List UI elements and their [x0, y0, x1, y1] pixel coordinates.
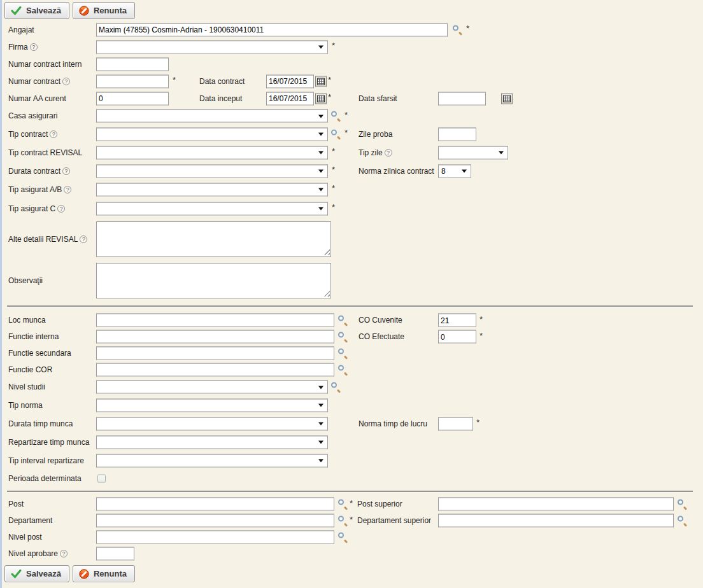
loc-munca-input[interactable] [96, 314, 334, 327]
magnifier-icon[interactable] [452, 24, 463, 35]
tip-asigurat-c-select[interactable] [96, 202, 328, 215]
tip-asigurat-ab-select[interactable] [96, 183, 328, 196]
magnifier-icon[interactable] [677, 515, 688, 526]
save-button[interactable]: Salvează [4, 565, 69, 582]
required-marker: * [344, 109, 348, 119]
save-button[interactable]: Salvează [4, 2, 69, 19]
functie-cor-input[interactable] [96, 363, 334, 377]
co-efectuate-input[interactable] [438, 330, 476, 344]
data-inceput-input[interactable] [266, 92, 314, 105]
magnifier-icon[interactable] [677, 499, 688, 510]
help-icon[interactable]: ? [385, 149, 392, 157]
calendar-icon[interactable] [315, 93, 327, 104]
magnifier-icon[interactable] [330, 382, 341, 393]
alte-detalii-revisal-label: Alte detalii REVISAL? [8, 235, 87, 244]
tip-norma-label: Tip norma [8, 401, 43, 410]
numar-contract-input[interactable] [96, 74, 169, 88]
data-sfarsit-input[interactable] [438, 92, 486, 105]
tip-asigurat-ab-label: Tip asigurat A/B? [8, 185, 71, 194]
post-superior-label: Post superior [357, 500, 402, 508]
help-icon[interactable]: ? [62, 78, 70, 85]
firma-select[interactable] [96, 40, 328, 53]
nivel-aprobare-input[interactable] [96, 547, 134, 561]
departament-input[interactable] [96, 514, 334, 528]
norma-zilnica-contract-select[interactable]: 8 [438, 164, 471, 178]
row-tip-contract: Tip contract? * Zile proba [2, 125, 703, 143]
row-firma: Firma? * [2, 38, 703, 55]
tip-norma-select[interactable] [96, 398, 328, 412]
calendar-icon[interactable] [315, 76, 327, 87]
magnifier-icon[interactable] [337, 332, 348, 342]
departament-superior-input[interactable] [438, 514, 674, 528]
alte-detalii-revisal-textarea[interactable] [96, 221, 331, 257]
help-icon[interactable]: ? [50, 130, 57, 138]
cancel-button[interactable]: Renunta [73, 565, 135, 582]
help-icon[interactable]: ? [64, 186, 71, 193]
durata-contract-select[interactable] [96, 164, 328, 178]
nivel-post-input[interactable] [96, 531, 334, 544]
tip-interval-repartizare-select[interactable] [96, 454, 328, 467]
calendar-icon[interactable] [501, 93, 513, 104]
magnifier-icon[interactable] [337, 365, 348, 375]
magnifier-icon[interactable] [330, 111, 341, 122]
nivel-studii-select[interactable] [96, 381, 328, 394]
row-functie-cor: Functie COR [2, 361, 703, 378]
norma-timp-de-lucru-input[interactable] [438, 417, 473, 430]
magnifier-icon[interactable] [337, 532, 348, 543]
top-toolbar: Salvează Renunta [2, 0, 703, 21]
required-marker: * [332, 41, 335, 50]
help-icon[interactable]: ? [62, 167, 70, 175]
required-marker: * [350, 498, 353, 507]
observatii-textarea[interactable] [96, 263, 331, 298]
help-icon[interactable]: ? [57, 205, 65, 213]
durata-timp-munca-select[interactable] [96, 417, 328, 430]
repartizare-timp-munca-select[interactable] [96, 435, 328, 449]
row-post: Post * Post superior [2, 496, 703, 512]
functie-secundara-input[interactable] [96, 347, 334, 360]
data-sfarsit-label: Data sfarsit [359, 94, 397, 103]
alte-detalii-revisal-textarea-wrap [96, 221, 331, 257]
help-icon[interactable]: ? [60, 550, 67, 557]
save-button-label: Salvează [26, 6, 61, 15]
cancel-button-label: Renunta [94, 569, 127, 578]
magnifier-icon[interactable] [337, 348, 348, 359]
dropdown-arrow-icon [318, 404, 323, 410]
norma-zilnica-contract-label: Norma zilnica contract [359, 167, 434, 176]
co-cuvenite-input[interactable] [438, 314, 476, 327]
dropdown-arrow-icon [462, 170, 467, 176]
magnifier-icon[interactable] [337, 315, 348, 326]
data-contract-input[interactable] [266, 74, 314, 88]
co-efectuate-label: CO Efectuate [359, 332, 404, 341]
casa-asigurari-select[interactable] [96, 109, 328, 123]
tip-interval-repartizare-label: Tip interval repartizare [8, 456, 84, 465]
tip-contract-select[interactable] [96, 127, 328, 141]
post-superior-input[interactable] [438, 498, 674, 511]
numar-aa-curent-label: Numar AA curent [8, 94, 66, 103]
magnifier-icon[interactable] [337, 499, 348, 510]
tip-contract-revisal-select[interactable] [96, 146, 328, 159]
section-divider [2, 302, 703, 312]
post-input[interactable] [96, 498, 334, 511]
perioada-determinata-checkbox[interactable] [97, 474, 106, 482]
help-icon[interactable]: ? [30, 43, 38, 51]
zile-proba-input[interactable] [438, 127, 476, 141]
angajat-input[interactable] [96, 23, 448, 36]
check-icon [11, 569, 22, 578]
tip-zile-select[interactable] [438, 146, 508, 159]
numar-contract-intern-input[interactable] [96, 57, 169, 71]
dropdown-arrow-icon [499, 151, 504, 157]
required-marker: * [332, 146, 335, 156]
functie-interna-input[interactable] [96, 330, 334, 344]
required-marker: * [476, 417, 479, 427]
firma-label: Firma? [8, 43, 38, 52]
norma-timp-de-lucru-label: Norma timp de lucru [359, 419, 427, 428]
numar-aa-curent-input[interactable] [96, 92, 169, 105]
nivel-aprobare-label: Nivel aprobare? [8, 549, 67, 558]
magnifier-icon[interactable] [330, 129, 341, 139]
cancel-button[interactable]: Renunta [73, 2, 135, 19]
magnifier-icon[interactable] [337, 515, 348, 526]
help-icon[interactable]: ? [80, 235, 87, 243]
required-marker: * [328, 92, 331, 102]
row-nivel-studii: Nivel studii [2, 378, 703, 396]
required-marker: * [350, 514, 353, 524]
